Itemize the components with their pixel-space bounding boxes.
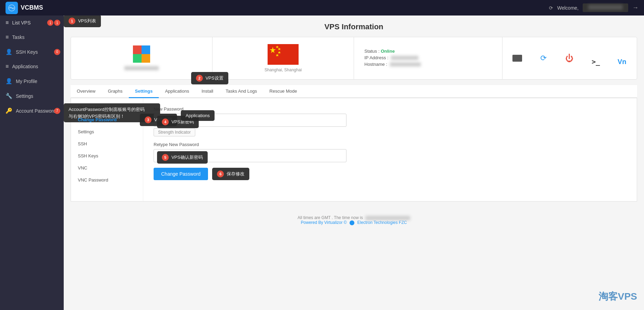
ip-row: IP Address : <box>364 55 418 60</box>
sidebar-label-applications: Applications <box>12 64 38 69</box>
tab-rescue-mode[interactable]: Rescue Mode <box>263 85 303 98</box>
sidebar-item-settings[interactable]: 🔧 Settings <box>0 89 64 103</box>
submit-row: Change Password 6 保存修改 <box>154 168 626 180</box>
logo-q3 <box>133 54 142 63</box>
retype-password-input[interactable] <box>154 149 346 162</box>
ann-badge-6: 6 <box>217 170 224 177</box>
form-area: New Password 4 VPS新密码 Strength Indicator <box>143 98 637 201</box>
ann-save: 6 保存修改 <box>212 168 249 180</box>
sidebar-label-my-profile: My Profile <box>16 79 37 84</box>
tasks-icon: ≡ <box>6 34 9 40</box>
change-password-button[interactable]: Change Password <box>154 168 208 180</box>
side-nav-change-password-wrap: Change Password 3 VPS密码 <box>71 114 143 126</box>
tab-tasks-logs[interactable]: Tasks And Logs <box>219 85 263 98</box>
side-nav-vnc[interactable]: VNC <box>71 162 143 174</box>
logout-icon[interactable]: → <box>632 4 638 11</box>
sidebar-label-ssh-keys: SSH Keys <box>16 49 38 55</box>
retype-label: Retype New Password <box>154 142 626 147</box>
content-panel: Change Hostname Change Password 3 VPS密码 … <box>71 98 637 202</box>
sidebar-item-tasks[interactable]: ≡ Tasks <box>0 30 64 44</box>
sidebar-item-ssh-keys[interactable]: 👤 SSH Keys 0 <box>0 44 64 59</box>
layout: ≡ List VPS 1 1 1 VPS列表 ≡ Tasks 👤 SSH Key… <box>0 16 644 310</box>
footer-timezone: All times are GMT . The time now is <box>77 215 630 220</box>
vnc-icon: Vn <box>617 58 626 66</box>
hostname-value <box>390 62 421 66</box>
vps-location-card: Shanghai, Shanghai <box>212 37 354 79</box>
logo-q1 <box>133 45 142 54</box>
virtualizor-link[interactable]: Powered By Virtualizor © <box>301 220 347 225</box>
power-button[interactable]: ⏻ <box>561 50 578 67</box>
list-vps-icon: ≡ <box>6 20 9 26</box>
company-link[interactable]: Electron Technologies FZC <box>357 220 407 225</box>
welcome-label: Welcome, <box>557 5 579 11</box>
strength-indicator: Strength Indicator <box>154 127 626 136</box>
side-nav-ssh-keys[interactable]: SSH Keys <box>71 150 143 162</box>
badge-account: 7 <box>54 108 60 114</box>
username-display <box>583 3 628 12</box>
sidebar-label-settings: Settings <box>16 93 33 99</box>
sidebar-item-my-profile[interactable]: 👤 My Profile <box>0 74 64 89</box>
watermark: 淘客VPS <box>599 290 637 303</box>
svg-rect-8 <box>512 55 522 62</box>
terminal-icon: >_ <box>592 58 600 66</box>
badge-1b: 1 <box>54 20 60 26</box>
navbar: VCBMS ⟳ Welcome, → <box>0 0 644 16</box>
ann-applications-tab: Applications <box>181 110 215 121</box>
new-password-label: New Password <box>154 106 626 112</box>
account-password-icon: 🔑 <box>6 107 12 114</box>
refresh-icon[interactable]: ⟳ <box>549 5 553 11</box>
tabs-wrapper: Overview Graphs Settings Applications In… <box>71 85 637 98</box>
vps-logo <box>133 45 150 63</box>
side-nav: Change Hostname Change Password 3 VPS密码 … <box>71 98 143 201</box>
sidebar: ≡ List VPS 1 1 1 VPS列表 ≡ Tasks 👤 SSH Key… <box>0 16 64 310</box>
main-content: VPS Information <box>64 16 644 310</box>
footer-logo <box>349 220 356 225</box>
my-profile-icon: 👤 <box>6 78 12 84</box>
status-row: Status : Online <box>364 49 395 54</box>
brand-text: VCBMS <box>21 4 43 11</box>
tab-graphs[interactable]: Graphs <box>102 85 129 98</box>
reload-button[interactable]: ⟳ <box>535 50 552 67</box>
sidebar-item-account-password[interactable]: 🔑 Account Password 7 <box>0 103 64 118</box>
side-nav-vnc-password[interactable]: VNC Password <box>71 174 143 186</box>
sidebar-label-list-vps: List VPS <box>12 20 31 25</box>
ann-badge-2: 2 <box>196 75 203 82</box>
tab-overview[interactable]: Overview <box>71 85 102 98</box>
badge-ssh: 0 <box>54 49 60 55</box>
ann7-line1: AccountPassword控制面板账号的密码 <box>69 106 155 113</box>
tab-settings[interactable]: Settings <box>129 85 159 98</box>
vps-status-card: Status : Online IP Address : Hostname : <box>354 37 502 79</box>
new-password-group: New Password 4 VPS新密码 Strength Indicator <box>154 106 626 136</box>
footer-powered: Powered By Virtualizor © Electron Techno… <box>77 220 630 226</box>
hostname-row: Hostname : <box>364 62 421 67</box>
sidebar-label-account-password: Account Password <box>16 108 56 114</box>
vnc-button[interactable]: Vn <box>613 53 631 70</box>
ann-vps-password: 3 VPS密码 <box>140 114 177 126</box>
strength-indicator-label: Strength Indicator <box>154 128 195 136</box>
sidebar-item-list-vps[interactable]: ≡ List VPS 1 1 1 VPS列表 <box>0 16 64 30</box>
tab-applications[interactable]: Applications <box>159 85 195 98</box>
retype-input-wrap: 5 VPS确认新密码 <box>154 149 626 162</box>
vps-action-card: ⟳ ⏻ >_ Vn <box>502 37 637 79</box>
flag-china <box>268 44 299 65</box>
side-nav-ssh[interactable]: SSH <box>71 138 143 150</box>
sidebar-item-applications[interactable]: ≡ Applications <box>0 59 64 74</box>
status-value: Online <box>381 49 395 54</box>
console-button[interactable] <box>509 50 526 67</box>
side-nav-change-password[interactable]: Change Password <box>71 114 143 126</box>
brand: VCBMS <box>6 2 43 14</box>
terminal-button[interactable]: >_ <box>587 53 604 70</box>
tab-install[interactable]: Install <box>195 85 219 98</box>
logo-q4 <box>142 54 150 63</box>
ip-value <box>391 56 418 60</box>
sidebar-label-tasks: Tasks <box>12 34 24 40</box>
retype-password-group: Retype New Password 5 VPS确认新密码 <box>154 142 626 162</box>
badge-1a: 1 <box>47 20 53 26</box>
side-nav-settings[interactable]: Settings <box>71 126 143 138</box>
hostname-display <box>124 66 159 71</box>
svg-rect-2 <box>268 44 299 65</box>
ann-vps-list: 1 VPS列表 <box>64 15 101 27</box>
power-icon: ⏻ <box>565 53 574 63</box>
logo-q2 <box>142 45 150 54</box>
navbar-right: ⟳ Welcome, → <box>549 3 638 12</box>
